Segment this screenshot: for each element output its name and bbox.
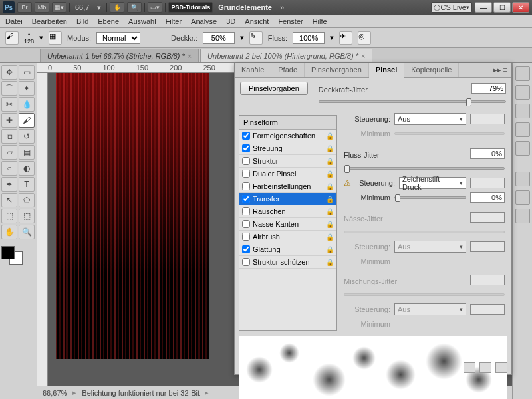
list-item[interactable]: Nasse Kanten🔒 bbox=[239, 218, 336, 231]
screen-mode-button[interactable]: ▭▾ bbox=[148, 2, 162, 13]
adjustments-panel-icon[interactable] bbox=[515, 122, 530, 137]
heal-tool[interactable]: ✚ bbox=[1, 113, 17, 128]
opacity-jitter-value[interactable]: 79% bbox=[471, 83, 506, 94]
list-item[interactable]: Struktur🔒 bbox=[239, 155, 336, 168]
close-icon[interactable]: × bbox=[361, 52, 365, 60]
list-item[interactable]: Dualer Pinsel🔒 bbox=[239, 168, 336, 180]
swatches-panel-icon[interactable] bbox=[515, 85, 530, 100]
list-item[interactable]: Formeigenschaften🔒 bbox=[239, 130, 336, 142]
close-button[interactable]: ✕ bbox=[512, 2, 529, 13]
menu-analyse[interactable]: Analyse bbox=[191, 17, 217, 25]
brush-size[interactable]: 128 bbox=[24, 38, 34, 45]
zoom-tool[interactable]: 🔍 bbox=[19, 225, 35, 239]
menu-datei[interactable]: Datei bbox=[5, 17, 23, 25]
close-icon[interactable]: × bbox=[188, 52, 192, 60]
flow-minimum-slider[interactable] bbox=[394, 196, 466, 199]
opacity-control-select[interactable]: Aus bbox=[394, 113, 466, 125]
bridge-button[interactable]: Br bbox=[17, 2, 32, 13]
menu-filter[interactable]: Filter bbox=[166, 17, 182, 25]
tablet-opacity-icon[interactable]: ✎ bbox=[249, 31, 263, 45]
flow-minimum-value[interactable]: 0% bbox=[470, 192, 505, 203]
brush-presets-button[interactable]: Pinselvorgaben bbox=[240, 82, 308, 95]
trash-icon[interactable] bbox=[495, 362, 507, 373]
opacity-jitter-slider[interactable] bbox=[319, 100, 506, 103]
3d-tool[interactable]: ⬚ bbox=[1, 209, 17, 223]
shape-tool[interactable]: ⬠ bbox=[19, 193, 35, 207]
list-item[interactable]: Struktur schützen🔒 bbox=[239, 256, 336, 269]
layers-panel-icon[interactable] bbox=[515, 172, 530, 186]
menu-fenster[interactable]: Fenster bbox=[278, 17, 303, 25]
hand-tool-button[interactable]: ✋ bbox=[110, 2, 124, 13]
tab-kanaele[interactable]: Kanäle bbox=[235, 63, 271, 77]
styles-panel-icon[interactable] bbox=[515, 104, 530, 118]
view-extras-button[interactable]: ▦▾ bbox=[52, 2, 66, 13]
pen-tool[interactable]: ✒ bbox=[1, 177, 17, 192]
wand-tool[interactable]: ✦ bbox=[19, 81, 35, 96]
paths-panel-icon[interactable] bbox=[515, 209, 530, 223]
flow-value[interactable]: 100% bbox=[293, 32, 325, 44]
lock-icon[interactable]: 🔒 bbox=[326, 145, 334, 152]
tab-pinsel[interactable]: Pinsel bbox=[369, 63, 404, 78]
lock-icon[interactable]: 🔒 bbox=[326, 158, 334, 165]
lock-icon[interactable]: 🔒 bbox=[326, 183, 334, 190]
document-tab-1[interactable]: Unbenannt-1 bei 66,7% (Striche, RGB/8) *… bbox=[40, 49, 199, 62]
hand-tool[interactable]: ✋ bbox=[1, 225, 17, 239]
zoom-dropdown-icon[interactable]: ▾ bbox=[97, 3, 101, 12]
tablet-size-icon[interactable]: ◎ bbox=[358, 31, 371, 45]
airbrush-icon[interactable]: ✈ bbox=[339, 31, 352, 45]
type-tool[interactable]: T bbox=[19, 177, 35, 192]
brush-tool[interactable]: 🖌 bbox=[19, 113, 35, 128]
foreground-color[interactable] bbox=[1, 246, 15, 259]
flow-control-select[interactable]: Zeichenstift-Druck bbox=[399, 177, 466, 189]
opacity-value[interactable]: 50% bbox=[203, 32, 235, 44]
minimize-button[interactable]: — bbox=[475, 2, 492, 13]
zoom-tool-button[interactable]: 🔍 bbox=[127, 2, 142, 13]
menu-auswahl[interactable]: Auswahl bbox=[128, 17, 156, 25]
3d-camera-tool[interactable]: ⬚ bbox=[19, 209, 35, 223]
flow-jitter-slider[interactable] bbox=[344, 167, 505, 170]
status-zoom[interactable]: 66,67% bbox=[43, 389, 67, 397]
blend-mode-select[interactable]: Normal bbox=[96, 32, 140, 44]
maximize-button[interactable]: ☐ bbox=[493, 2, 511, 13]
menu-bild[interactable]: Bild bbox=[76, 17, 88, 25]
menu-hilfe[interactable]: Hilfe bbox=[313, 17, 327, 25]
toggle-preview-icon[interactable] bbox=[464, 362, 475, 373]
list-item[interactable]: Glättung🔒 bbox=[239, 243, 336, 256]
crop-tool[interactable]: ✂ bbox=[1, 97, 17, 112]
eraser-tool[interactable]: ▱ bbox=[1, 145, 17, 160]
color-panel-icon[interactable] bbox=[515, 66, 530, 81]
lock-icon[interactable]: 🔒 bbox=[326, 259, 334, 266]
move-tool[interactable]: ✥ bbox=[1, 65, 17, 80]
chevron-down-icon[interactable]: ▾ bbox=[39, 33, 43, 42]
lasso-tool[interactable]: ⌒ bbox=[1, 81, 17, 96]
list-item[interactable]: Farbeinstellungen🔒 bbox=[239, 180, 336, 193]
lock-icon[interactable]: 🔒 bbox=[326, 196, 334, 203]
menu-ansicht[interactable]: Ansicht bbox=[245, 17, 269, 25]
list-item[interactable]: Rauschen🔒 bbox=[239, 205, 336, 218]
lock-icon[interactable]: 🔒 bbox=[326, 221, 334, 228]
blur-tool[interactable]: ○ bbox=[1, 161, 17, 176]
stamp-tool[interactable]: ⧉ bbox=[1, 129, 17, 144]
zoom-level[interactable]: 66,7 bbox=[75, 3, 89, 11]
brush-tool-icon[interactable]: 🖌 bbox=[5, 31, 19, 45]
menu-3d[interactable]: 3D bbox=[226, 17, 235, 25]
lock-icon[interactable]: 🔒 bbox=[326, 233, 334, 241]
tab-pfade[interactable]: Pfade bbox=[271, 63, 305, 77]
color-swatches[interactable] bbox=[1, 246, 35, 265]
lock-icon[interactable]: 🔒 bbox=[326, 246, 334, 253]
panel-menu-icon[interactable]: ▸▸ ≡ bbox=[489, 63, 511, 77]
tab-kopierquelle[interactable]: Kopierquelle bbox=[404, 63, 459, 77]
brush-panel-toggle[interactable]: ▦ bbox=[49, 31, 62, 45]
marquee-tool[interactable]: ▭ bbox=[19, 65, 35, 80]
new-brush-icon[interactable] bbox=[479, 362, 491, 373]
gradient-tool[interactable]: ▤ bbox=[19, 145, 35, 160]
list-item[interactable]: Airbrush🔒 bbox=[239, 231, 336, 243]
workspace-label[interactable]: Grundelemente bbox=[218, 3, 272, 11]
menu-bearbeiten[interactable]: Bearbeiten bbox=[32, 17, 67, 25]
workspace-button[interactable]: PSD-Tutorials bbox=[168, 2, 213, 13]
minibridge-button[interactable]: Mb bbox=[35, 2, 49, 13]
lock-icon[interactable]: 🔒 bbox=[326, 208, 334, 215]
cslive-button[interactable]: ◯ CS Live ▾ bbox=[431, 2, 472, 13]
list-item-transfer[interactable]: Transfer🔒 bbox=[239, 193, 336, 205]
lock-icon[interactable]: 🔒 bbox=[326, 132, 334, 140]
